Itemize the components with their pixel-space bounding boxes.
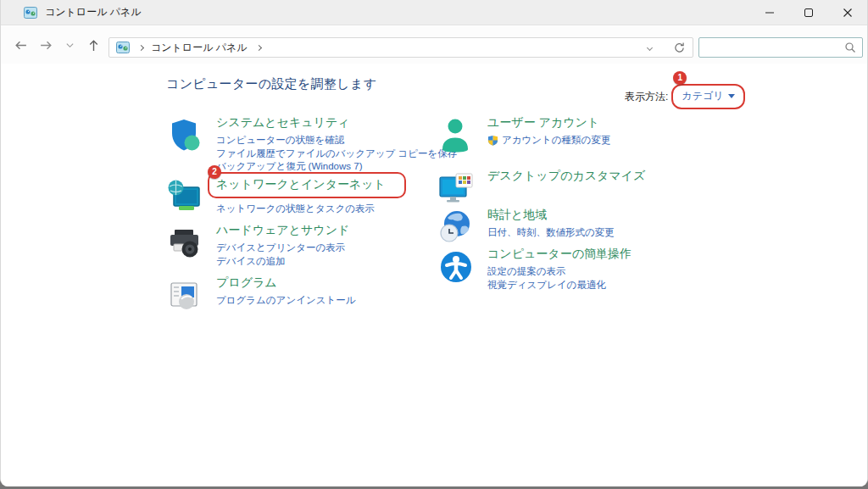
category-hardware-sound: ハードウェアとサウンド デバイスとプリンターの表示 デバイスの追加 xyxy=(164,223,349,268)
navigation-toolbar: コントロール パネル xyxy=(1,26,867,64)
category-network-internet: 2 ネットワークとインターネット ネットワークの状態とタスクの表示 xyxy=(164,176,406,217)
category-link-clock-region[interactable]: 時計と地域 xyxy=(487,208,547,223)
annotation-highlight-network: 2 ネットワークとインターネット xyxy=(208,172,406,198)
category-clock-region: 時計と地域 日付、時刻、数値形式の変更 xyxy=(436,208,615,248)
category-user-accounts: ユーザー アカウント アカウントの種類の変更 xyxy=(436,115,610,156)
security-shield-icon[interactable] xyxy=(164,115,205,156)
category-link-hardware-sound[interactable]: ハードウェアとサウンド xyxy=(216,223,349,238)
task-link-change-date-time[interactable]: 日付、時刻、数値形式の変更 xyxy=(487,226,615,240)
titlebar: コントロール パネル xyxy=(1,0,867,25)
task-link-uninstall-program[interactable]: プログラムのアンインストール xyxy=(216,294,356,308)
view-by-value[interactable]: カテゴリ xyxy=(682,89,723,103)
category-link-programs[interactable]: プログラム xyxy=(216,275,277,291)
close-button[interactable] xyxy=(828,0,867,25)
forward-button[interactable] xyxy=(35,34,57,56)
task-link-security-status[interactable]: コンピューターの状態を確認 xyxy=(216,134,344,147)
category-link-system-security[interactable]: システムとセキュリティ xyxy=(216,115,350,131)
search-icon[interactable] xyxy=(844,42,856,53)
task-link-suggested-settings[interactable]: 設定の提案の表示 xyxy=(487,265,566,279)
page-title: コンピューターの設定を調整します xyxy=(166,76,376,92)
view-by-label: 表示方法: xyxy=(625,90,668,104)
control-panel-icon xyxy=(24,6,37,19)
window-title: コントロール パネル xyxy=(45,5,142,19)
address-bar[interactable]: コントロール パネル xyxy=(108,37,693,58)
control-panel-window: コントロール パネル xyxy=(0,0,868,486)
task-link-add-device[interactable]: デバイスの追加 xyxy=(216,255,286,269)
ease-of-access-icon[interactable] xyxy=(436,247,476,287)
refresh-button[interactable] xyxy=(669,38,689,57)
annotation-step-2: 2 xyxy=(208,165,221,179)
category-link-user-accounts[interactable]: ユーザー アカウント xyxy=(487,115,599,131)
recent-pages-chevron-icon[interactable] xyxy=(58,34,81,56)
category-programs: プログラム プログラムのアンインストール xyxy=(164,275,356,316)
category-link-network-internet[interactable]: ネットワークとインターネット xyxy=(216,177,386,191)
category-link-ease-of-access[interactable]: コンピューターの簡単操作 xyxy=(487,247,632,262)
user-icon[interactable] xyxy=(436,115,476,156)
task-link-devices-printers[interactable]: デバイスとプリンターの表示 xyxy=(216,242,345,255)
address-dropdown-chevron-icon[interactable] xyxy=(647,44,653,50)
breadcrumb-chevron-icon[interactable] xyxy=(138,44,144,50)
breadcrumb-control-panel-icon xyxy=(116,41,130,54)
printer-icon[interactable] xyxy=(164,223,205,264)
desktop-personalize-icon[interactable] xyxy=(436,169,476,209)
task-link-change-account-type[interactable]: アカウントの種類の変更 xyxy=(487,134,610,147)
category-appearance-personalization: デスクトップのカスタマイズ xyxy=(436,169,645,209)
breadcrumb-control-panel[interactable]: コントロール パネル xyxy=(151,41,248,55)
window-controls xyxy=(750,0,867,25)
control-panel-home: コンピューターの設定を調整します 表示方法: 1 カテゴリ システムとセキュリテ… xyxy=(1,64,867,486)
category-system-security: システムとセキュリティ コンピューターの状態を確認 ファイル履歴でファイルのバッ… xyxy=(164,115,457,174)
task-link-network-status[interactable]: ネットワークの状態とタスクの表示 xyxy=(216,203,375,216)
category-link-appearance[interactable]: デスクトップのカスタマイズ xyxy=(487,169,645,184)
breadcrumb-chevron-icon[interactable] xyxy=(256,44,262,50)
category-ease-of-access: コンピューターの簡単操作 設定の提案の表示 視覚ディスプレイの最適化 xyxy=(436,247,632,292)
task-link-optimize-visual-display[interactable]: 視覚ディスプレイの最適化 xyxy=(487,279,606,292)
search-input[interactable] xyxy=(704,39,844,56)
view-by-dropdown[interactable]: 1 カテゴリ xyxy=(671,84,745,109)
up-button[interactable] xyxy=(82,34,104,56)
task-link-label: アカウントの種類の変更 xyxy=(502,134,610,147)
clock-globe-icon[interactable] xyxy=(436,208,476,248)
uac-shield-icon xyxy=(487,135,498,146)
view-by: 表示方法: 1 カテゴリ xyxy=(625,84,745,109)
network-monitor-icon[interactable] xyxy=(164,176,205,217)
minimize-button[interactable] xyxy=(750,0,789,25)
search-box xyxy=(698,37,863,58)
chevron-down-icon xyxy=(728,94,735,98)
annotation-step-1: 1 xyxy=(673,71,687,85)
maximize-button[interactable] xyxy=(789,0,828,25)
task-link-file-history[interactable]: ファイル履歴でファイルのバックアップ コピーを保存 xyxy=(216,147,457,161)
back-button[interactable] xyxy=(9,34,31,56)
program-window-icon[interactable] xyxy=(164,275,205,316)
